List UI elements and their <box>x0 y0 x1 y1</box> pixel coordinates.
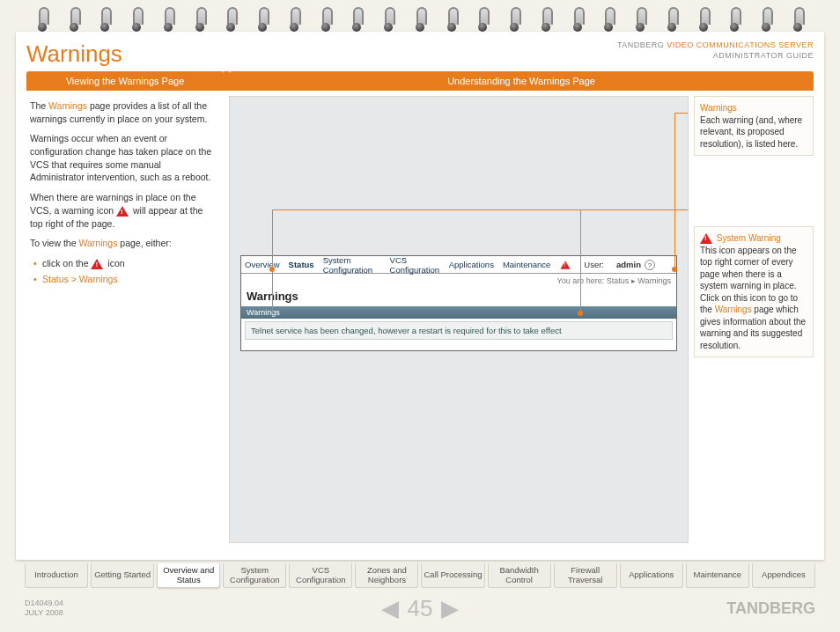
warning-row: Telnet service has been changed, however… <box>245 321 673 340</box>
prev-page-arrow-icon[interactable]: ◀ <box>381 595 399 622</box>
nav-call-processing[interactable]: Call Processing <box>421 563 484 588</box>
middle-column: Overview Status System Configuration VCS… <box>229 96 689 543</box>
page-number: 45 <box>408 595 433 622</box>
callout-title: Warnings <box>700 103 737 113</box>
brand-logo: TANDBERG <box>726 599 815 618</box>
warnings-link-2[interactable]: Warnings <box>78 238 117 248</box>
leader-dot <box>578 311 583 316</box>
section-tabs: Viewing the Warnings Page Understanding … <box>26 71 814 91</box>
leader-line <box>580 209 688 210</box>
left-column: The Warnings page provides a list of all… <box>26 96 224 543</box>
bullet-status-warnings[interactable]: Status > Warnings <box>33 273 217 286</box>
nav-bandwidth-control[interactable]: Bandwidth Control <box>488 563 551 588</box>
right-column: Warnings Each warning (and, where releva… <box>694 96 814 543</box>
nav-applications[interactable]: Applications <box>620 563 683 588</box>
warning-icon[interactable] <box>91 259 103 269</box>
panel-header: Warnings <box>241 306 676 319</box>
leader-dot <box>672 267 677 272</box>
pager: ◀ 45 ▶ <box>381 595 460 622</box>
app-tab-status[interactable]: Status <box>289 260 314 269</box>
brand-sub: ADMINISTRATOR GUIDE <box>713 51 814 60</box>
callout-body: Each warning (and, where relevant, its p… <box>700 115 802 149</box>
nav-zones-neighbors[interactable]: Zones and Neighbors <box>355 563 418 588</box>
nav-appendices[interactable]: Appendices <box>752 563 815 588</box>
spiral-binding <box>0 0 840 32</box>
user-indicator: User: admin ? <box>559 260 664 270</box>
callout-system-warning: System Warning This icon appears on the … <box>694 226 814 357</box>
app-tabs: Overview Status System Configuration VCS… <box>241 256 676 274</box>
header-branding: TANDBERG VIDEO COMMUNICATIONS SERVER ADM… <box>617 40 814 61</box>
app-tab-vcs-configuration[interactable]: VCS Configuration <box>390 255 440 275</box>
warning-icon[interactable] <box>561 261 571 269</box>
nav-maintenance[interactable]: Maintenance <box>686 563 749 588</box>
nav-vcs-configuration[interactable]: VCS Configuration <box>289 563 352 588</box>
intro-paragraph-1: The Warnings page provides a list of all… <box>30 99 217 125</box>
breadcrumb: You are here: Status ▸ Warnings <box>241 274 676 288</box>
help-icon[interactable]: ? <box>645 260 655 270</box>
callout-warnings: Warnings Each warning (and, where releva… <box>694 96 814 156</box>
brand-product: VIDEO COMMUNICATIONS SERVER <box>667 40 814 49</box>
nav-introduction[interactable]: Introduction <box>25 563 88 588</box>
screenshot-title: Warnings <box>241 288 676 306</box>
embedded-screenshot: Overview Status System Configuration VCS… <box>240 255 677 351</box>
nav-system-configuration[interactable]: System Configuration <box>223 563 286 588</box>
next-page-arrow-icon[interactable]: ▶ <box>441 595 459 622</box>
warning-icon <box>700 233 712 244</box>
doc-date: JULY 2008 <box>25 608 63 617</box>
app-tab-applications[interactable]: Applications <box>449 260 494 269</box>
callout-title: System Warning <box>717 233 781 243</box>
leader-line <box>674 113 675 269</box>
page-title: Warnings <box>26 40 122 68</box>
brand-prefix: TANDBERG <box>617 40 664 49</box>
tab-understanding[interactable]: Understanding the Warnings Page <box>229 71 814 91</box>
app-tab-system-configuration[interactable]: System Configuration <box>323 255 381 275</box>
leader-dot <box>269 267 275 272</box>
intro-paragraph-4: To view the Warnings page, either: <box>30 237 217 250</box>
bottom-nav: Introduction Getting Started Overview an… <box>25 563 815 588</box>
intro-paragraph-3: When there are warnings in place on the … <box>30 191 217 230</box>
warning-icon <box>116 206 129 217</box>
app-tab-maintenance[interactable]: Maintenance <box>503 260 550 269</box>
nav-firewall-traversal[interactable]: Firewall Traversal <box>554 563 617 588</box>
bullet-click-icon: click on the icon <box>33 257 217 270</box>
nav-overview-status[interactable]: Overview and Status <box>157 563 220 588</box>
doc-info: D14049.04 JULY 2008 <box>25 599 63 618</box>
leader-line <box>674 113 688 114</box>
warnings-link[interactable]: Warnings <box>48 100 87 111</box>
intro-paragraph-2: Warnings occur when an event or configur… <box>30 132 217 184</box>
footer: D14049.04 JULY 2008 ◀ 45 ▶ TANDBERG <box>25 595 815 621</box>
page-body: Warnings TANDBERG VIDEO COMMUNICATIONS S… <box>16 32 824 560</box>
warnings-link-3[interactable]: Warnings <box>715 305 752 314</box>
doc-id: D14049.04 <box>25 599 63 607</box>
tab-viewing[interactable]: Viewing the Warnings Page <box>26 71 224 91</box>
leader-line <box>272 209 688 210</box>
nav-getting-started[interactable]: Getting Started <box>91 563 154 588</box>
